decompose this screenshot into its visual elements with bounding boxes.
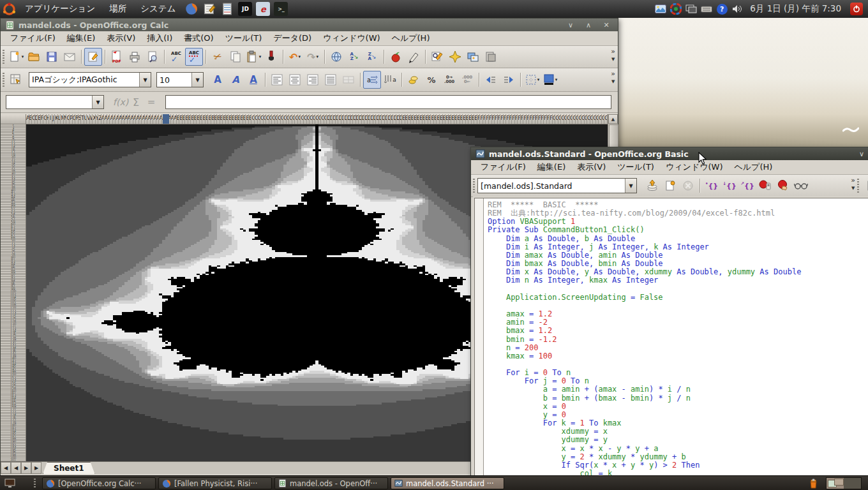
- add-decimal-button[interactable]: 0→.000: [440, 71, 458, 89]
- compile-button[interactable]: [643, 177, 661, 195]
- screenshot-tray-icon[interactable]: [654, 3, 667, 15]
- terminal-launcher-icon[interactable]: >_: [274, 2, 288, 16]
- paste-button[interactable]: ▾: [244, 48, 262, 66]
- sheet-tab-sheet1[interactable]: Sheet1: [43, 462, 95, 474]
- align-justify-button[interactable]: [322, 71, 340, 89]
- step-over-button[interactable]: •{}: [703, 177, 721, 195]
- formula-input-line[interactable]: [165, 95, 611, 109]
- export-pdf-button[interactable]: PDF: [108, 48, 126, 66]
- insert-chart-button[interactable]: [387, 48, 405, 66]
- row-headers[interactable]: 1234567891011121314151617181920212223242…: [1, 124, 26, 461]
- chevron-down-icon[interactable]: ▼: [191, 73, 203, 87]
- toolbar-grip[interactable]: [3, 50, 4, 64]
- hyperlink-button[interactable]: [327, 48, 345, 66]
- workspace-1[interactable]: [827, 478, 844, 489]
- jd-launcher-icon[interactable]: JD: [238, 2, 252, 16]
- windows-tray-icon[interactable]: [685, 3, 698, 15]
- calc-menu-item[interactable]: 挿入(I): [141, 31, 178, 45]
- chevron-down-icon[interactable]: ▾: [555, 77, 558, 82]
- text-direction-ttb-button[interactable]: a: [381, 71, 399, 89]
- taskbar-button[interactable]: mandel.ods - OpenOff···: [274, 477, 388, 489]
- enable-watch-button[interactable]: [792, 177, 810, 195]
- run-button[interactable]: [661, 177, 679, 195]
- basic-menu-item[interactable]: ウィンドウ(W): [660, 160, 729, 174]
- e-app-launcher-icon[interactable]: e: [256, 2, 270, 16]
- firefox-launcher-icon[interactable]: [184, 2, 198, 16]
- basic-menu-item[interactable]: ファイル(F): [475, 160, 532, 174]
- workspace-2[interactable]: [844, 478, 861, 489]
- print-preview-button[interactable]: [144, 48, 161, 66]
- spellcheck-button[interactable]: ABC✓: [167, 48, 185, 66]
- delete-decimal-button[interactable]: .0000←: [458, 71, 476, 89]
- last-sheet-button[interactable]: ▶: [31, 462, 41, 474]
- workspace-switcher[interactable]: [826, 477, 862, 489]
- font-size-value[interactable]: 10: [157, 75, 191, 85]
- basic-menu-item[interactable]: 表示(V): [571, 160, 611, 174]
- chevron-down-icon[interactable]: ▼: [92, 96, 103, 108]
- taskbar-button[interactable]: [Fallen Physicist, Risi···: [158, 477, 272, 489]
- calc-minimize-button[interactable]: ∨: [564, 21, 578, 29]
- distro-logo-icon[interactable]: [2, 2, 16, 16]
- code-lines[interactable]: REM ***** BASIC *****REM 出典:http://sci.t…: [484, 198, 801, 475]
- email-button[interactable]: [61, 48, 79, 66]
- percent-format-button[interactable]: %: [423, 71, 440, 89]
- toolbar-grip[interactable]: [857, 179, 859, 193]
- redo-button[interactable]: ↷▾: [304, 48, 322, 66]
- increase-indent-button[interactable]: [500, 71, 518, 89]
- merge-cells-button[interactable]: [340, 71, 357, 89]
- basic-titlebar[interactable]: mandel.ods.Standard - OpenOffice.org Bas…: [471, 147, 868, 160]
- text-direction-ltr-button[interactable]: a: [363, 71, 381, 89]
- trash-icon[interactable]: [806, 477, 820, 490]
- select-all-corner[interactable]: [1, 114, 26, 124]
- taskbar-button[interactable]: mandel.ods.Standard ···: [391, 477, 504, 489]
- panel-menu-item[interactable]: アプリケーション: [18, 3, 102, 15]
- taskbar-grip[interactable]: [34, 479, 36, 489]
- overflow-chevrons[interactable]: »: [611, 47, 615, 56]
- volume-tray-icon[interactable]: [731, 3, 744, 15]
- find-replace-button[interactable]: [428, 48, 446, 66]
- font-name-value[interactable]: IPAゴシック;IPAGothic: [29, 75, 139, 85]
- panel-menu-item[interactable]: システム: [133, 3, 183, 15]
- align-left-button[interactable]: [268, 71, 286, 89]
- sum-button[interactable]: Σ: [128, 96, 144, 108]
- panel-clock[interactable]: 6月 1日 (月) 午前 7:30: [750, 3, 841, 15]
- underline-button[interactable]: A: [244, 71, 262, 89]
- toolbar-options-icon[interactable]: ▼: [611, 78, 615, 86]
- help-tray-icon[interactable]: ?: [715, 3, 728, 15]
- calc-menu-item[interactable]: ヘルプ(H): [386, 31, 436, 45]
- toolbar-grip[interactable]: [3, 73, 4, 87]
- toggle-breakpoint-button[interactable]: [756, 177, 774, 195]
- previous-sheet-button[interactable]: ◀: [11, 462, 21, 474]
- toolbar-overflow[interactable]: » ▼: [851, 176, 855, 193]
- calc-menu-item[interactable]: 編集(E): [61, 31, 101, 45]
- styles-button[interactable]: [7, 71, 25, 89]
- power-button[interactable]: [850, 3, 863, 15]
- toolbar-overflow[interactable]: » ▼: [611, 47, 615, 64]
- calc-menu-item[interactable]: データ(D): [267, 31, 317, 45]
- basic-menu-item[interactable]: ヘルプ(H): [728, 160, 778, 174]
- decrease-indent-button[interactable]: [482, 71, 500, 89]
- calc-maximize-button[interactable]: ∧: [581, 21, 595, 29]
- chevron-down-icon[interactable]: ▾: [537, 77, 540, 82]
- new-document-button[interactable]: ▾: [7, 48, 25, 66]
- calc-close-button[interactable]: ✕: [599, 21, 613, 29]
- first-sheet-button[interactable]: ◀: [1, 462, 11, 474]
- next-sheet-button[interactable]: ▶: [21, 462, 31, 474]
- library-combo[interactable]: [mandel.ods].Standard ▼: [477, 178, 637, 193]
- step-into-button[interactable]: ↓{}: [721, 177, 738, 195]
- manage-breakpoints-button[interactable]: [774, 177, 792, 195]
- chevron-down-icon[interactable]: ▼: [625, 179, 636, 193]
- copy-button[interactable]: [227, 48, 244, 66]
- panel-menu-item[interactable]: 場所: [102, 3, 133, 15]
- overflow-chevrons[interactable]: »: [611, 70, 615, 78]
- basic-minimize-button[interactable]: ∨: [855, 150, 868, 158]
- taskbar-button[interactable]: [OpenOffice.org Calc···: [42, 477, 156, 489]
- align-right-button[interactable]: [304, 71, 322, 89]
- calc-titlebar[interactable]: mandel.ods - OpenOffice.org Calc ∨ ∧ ✕: [1, 19, 618, 31]
- undo-button[interactable]: ↶▾: [286, 48, 304, 66]
- navigator-button[interactable]: [446, 48, 464, 66]
- calc-menu-item[interactable]: ウィンドウ(W): [317, 31, 386, 45]
- print-button[interactable]: [126, 48, 144, 66]
- calc-menu-item[interactable]: ツール(T): [220, 31, 268, 45]
- overflow-chevrons[interactable]: »: [851, 176, 855, 184]
